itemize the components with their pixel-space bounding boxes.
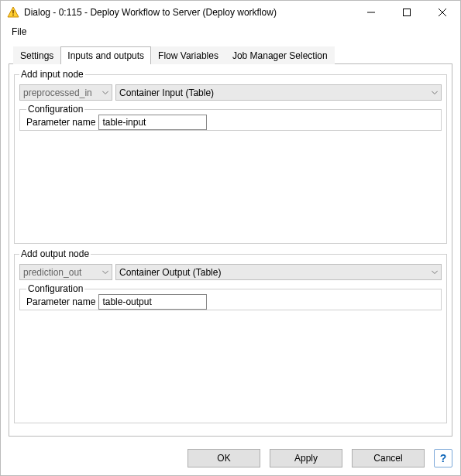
svg-rect-4 xyxy=(404,9,411,16)
tab-job-manager[interactable]: Job Manager Selection xyxy=(225,46,335,64)
window-controls xyxy=(353,1,460,24)
tab-panel-io: Add input node preprocessed_in Container… xyxy=(9,63,452,437)
tab-strip: Settings Inputs and outputs Flow Variabl… xyxy=(13,46,452,63)
maximize-button[interactable] xyxy=(389,1,425,24)
output-config-legend: Configuration xyxy=(26,283,84,294)
tab-settings[interactable]: Settings xyxy=(13,46,60,64)
window-title: Dialog - 0:115 - Deploy Workflow to Serv… xyxy=(24,7,353,18)
input-node-select[interactable]: preprocessed_in xyxy=(19,84,112,101)
input-container-type-select[interactable]: Container Input (Table) xyxy=(115,84,442,101)
content-area: Settings Inputs and outputs Flow Variabl… xyxy=(1,39,460,441)
input-param-name-field[interactable] xyxy=(98,115,207,130)
svg-rect-2 xyxy=(12,15,14,16)
add-input-node-group: Add input node preprocessed_in Container… xyxy=(14,69,447,244)
menubar: File xyxy=(1,24,460,39)
help-icon: ? xyxy=(440,452,447,464)
output-param-label: Parameter name xyxy=(26,296,95,307)
chevron-down-icon xyxy=(432,91,438,94)
titlebar: Dialog - 0:115 - Deploy Workflow to Serv… xyxy=(1,1,460,24)
menu-file[interactable]: File xyxy=(7,25,31,39)
add-output-node-group: Add output node prediction_out Container… xyxy=(14,248,447,423)
svg-rect-1 xyxy=(12,10,14,14)
dialog-window: Dialog - 0:115 - Deploy Workflow to Serv… xyxy=(0,0,461,476)
help-button[interactable]: ? xyxy=(434,449,452,467)
output-container-type-value: Container Output (Table) xyxy=(119,267,221,278)
chevron-down-icon xyxy=(102,91,108,94)
input-configuration-group: Configuration Parameter name xyxy=(19,104,442,131)
cancel-button[interactable]: Cancel xyxy=(352,449,425,467)
input-param-label: Parameter name xyxy=(26,117,95,128)
tab-inputs-outputs[interactable]: Inputs and outputs xyxy=(60,46,151,64)
output-row: prediction_out Container Output (Table) xyxy=(19,264,442,280)
output-configuration-group: Configuration Parameter name xyxy=(19,283,442,310)
output-param-name-field[interactable] xyxy=(98,294,207,310)
ok-button[interactable]: OK xyxy=(187,449,260,467)
minimize-button[interactable] xyxy=(353,1,389,24)
tab-flow-variables[interactable]: Flow Variables xyxy=(151,46,225,64)
app-icon xyxy=(7,6,19,19)
add-input-node-legend: Add input node xyxy=(19,69,85,80)
button-bar: OK Apply Cancel ? xyxy=(1,441,460,475)
close-button[interactable] xyxy=(425,1,460,24)
output-node-select-value: prediction_out xyxy=(23,267,81,278)
input-node-select-value: preprocessed_in xyxy=(23,87,92,98)
apply-button[interactable]: Apply xyxy=(270,449,342,467)
chevron-down-icon xyxy=(432,270,438,274)
input-row: preprocessed_in Container Input (Table) xyxy=(19,84,442,101)
output-node-select[interactable]: prediction_out xyxy=(19,264,112,280)
chevron-down-icon xyxy=(102,270,108,274)
input-config-legend: Configuration xyxy=(26,104,84,115)
output-param-row: Parameter name xyxy=(26,294,207,310)
add-output-node-legend: Add output node xyxy=(19,248,91,259)
input-container-type-value: Container Input (Table) xyxy=(119,87,214,98)
output-container-type-select[interactable]: Container Output (Table) xyxy=(115,264,442,280)
input-param-row: Parameter name xyxy=(26,115,207,130)
